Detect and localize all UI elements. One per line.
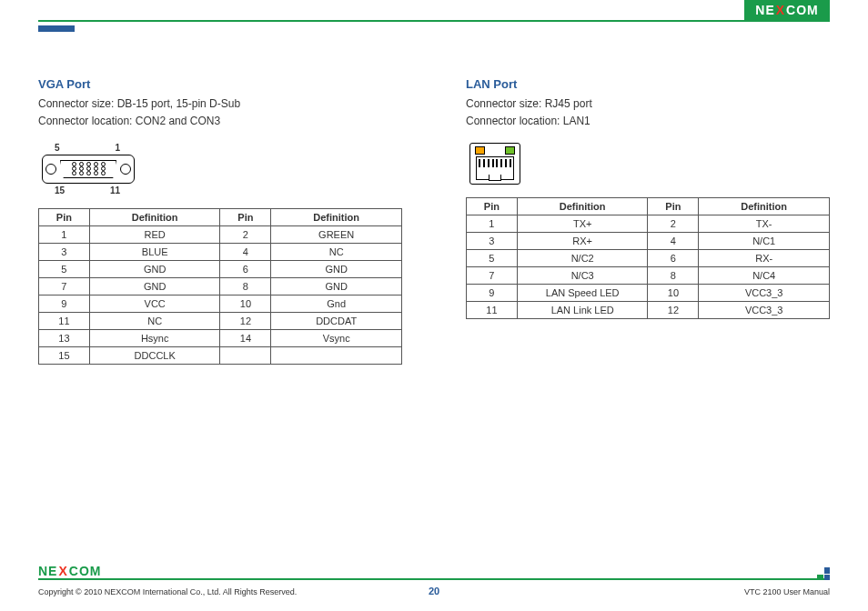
table-row: 3BLUE4NC xyxy=(39,243,402,260)
pin-cell: 2 xyxy=(648,215,699,232)
table-header-def: Definition xyxy=(699,197,830,215)
logo-text-right: COM xyxy=(786,3,819,17)
pin-cell: 10 xyxy=(648,284,699,301)
definition-cell xyxy=(271,346,402,364)
pin-cell: 12 xyxy=(648,301,699,318)
table-row: 5GND6GND xyxy=(39,260,402,277)
pin-cell: 11 xyxy=(467,301,518,318)
vga-connector-location: Connector location: CON2 and CON3 xyxy=(38,114,402,129)
vga-title: VGA Port xyxy=(38,77,402,91)
definition-cell: RED xyxy=(89,225,220,243)
vga-pin-label-1: 1 xyxy=(115,143,120,153)
pin-cell: 4 xyxy=(648,232,699,249)
pin-cell: 15 xyxy=(39,346,90,364)
table-row: 3RX+4N/C1 xyxy=(467,232,830,249)
pin-cell: 14 xyxy=(220,329,271,346)
table-row: 7GND8GND xyxy=(39,277,402,295)
table-header-pin: Pin xyxy=(39,208,90,225)
lan-connector-size: Connector size: RJ45 port xyxy=(466,96,830,112)
table-row: 9VCC10Gnd xyxy=(39,295,402,312)
pin-cell: 6 xyxy=(220,260,271,277)
pin-cell: 5 xyxy=(467,249,518,266)
table-row: 7N/C38N/C4 xyxy=(467,266,830,284)
pin-cell: 4 xyxy=(220,243,271,260)
table-header-def: Definition xyxy=(89,208,220,225)
definition-cell: GND xyxy=(271,260,402,277)
definition-cell: NC xyxy=(271,243,402,260)
table-header-def: Definition xyxy=(271,208,402,225)
lan-section: LAN Port Connector size: RJ45 port Conne… xyxy=(466,77,830,365)
definition-cell: RX+ xyxy=(517,232,648,249)
definition-cell: BLUE xyxy=(89,243,220,260)
pin-cell: 13 xyxy=(39,329,90,346)
header-accent xyxy=(38,25,75,32)
pin-cell: 8 xyxy=(220,277,271,295)
vga-pin-label-5: 5 xyxy=(55,143,60,153)
table-row: 11LAN Link LED12VCC3_3 xyxy=(467,301,830,318)
lan-connector-location: Connector location: LAN1 xyxy=(466,114,830,129)
vga-pin-label-15: 15 xyxy=(55,185,65,195)
definition-cell: GND xyxy=(89,277,220,295)
definition-cell: Gnd xyxy=(271,295,402,312)
definition-cell: LAN Link LED xyxy=(517,301,648,318)
definition-cell: GND xyxy=(89,260,220,277)
definition-cell: TX+ xyxy=(517,215,648,232)
table-header-pin: Pin xyxy=(648,197,699,215)
table-row: 5N/C26RX- xyxy=(467,249,830,266)
page-number: 20 xyxy=(0,586,868,596)
definition-cell: VCC3_3 xyxy=(699,284,830,301)
definition-cell: N/C2 xyxy=(517,249,648,266)
pin-cell: 5 xyxy=(39,260,90,277)
pin-cell: 9 xyxy=(39,295,90,312)
pin-cell: 8 xyxy=(648,266,699,284)
definition-cell: DDCDAT xyxy=(271,312,402,329)
definition-cell: TX- xyxy=(699,215,830,232)
pin-cell: 12 xyxy=(220,312,271,329)
vga-section: VGA Port Connector size: DB-15 port, 15-… xyxy=(38,77,402,365)
pin-cell: 2 xyxy=(220,225,271,243)
pin-cell: 3 xyxy=(39,243,90,260)
pin-cell: 7 xyxy=(467,266,518,284)
vga-connector-diagram: 5 1 15 11 xyxy=(42,143,133,195)
pin-cell: 7 xyxy=(39,277,90,295)
nexcom-logo-bottom: NEXCOM xyxy=(38,564,101,578)
definition-cell: DDCCLK xyxy=(89,346,220,364)
pin-cell xyxy=(220,346,271,364)
vga-pin-table: Pin Definition Pin Definition 1RED2GREEN… xyxy=(38,208,402,365)
table-row: 1TX+2TX- xyxy=(467,215,830,232)
rj45-led-left xyxy=(475,146,485,155)
vga-connector-size: Connector size: DB-15 port, 15-pin D-Sub xyxy=(38,96,402,112)
definition-cell: N/C4 xyxy=(699,266,830,284)
pin-cell: 1 xyxy=(39,225,90,243)
lan-pin-table: Pin Definition Pin Definition 1TX+2TX-3R… xyxy=(466,197,830,319)
lan-title: LAN Port xyxy=(466,77,830,91)
definition-cell: GREEN xyxy=(271,225,402,243)
header-rule xyxy=(38,20,830,22)
table-row: 1RED2GREEN xyxy=(39,225,402,243)
table-row: 15DDCCLK xyxy=(39,346,402,364)
definition-cell: N/C1 xyxy=(699,232,830,249)
pin-cell: 1 xyxy=(467,215,518,232)
rj45-connector-diagram xyxy=(469,143,520,185)
definition-cell: RX- xyxy=(699,249,830,266)
footer-rule xyxy=(38,578,830,580)
definition-cell: NC xyxy=(89,312,220,329)
pin-cell: 3 xyxy=(467,232,518,249)
manual-name: VTC 2100 User Manual xyxy=(744,587,830,596)
pin-cell: 6 xyxy=(648,249,699,266)
pin-cell: 10 xyxy=(220,295,271,312)
table-header-pin: Pin xyxy=(220,208,271,225)
logo-text-x: X xyxy=(776,3,785,17)
definition-cell: Hsync xyxy=(89,329,220,346)
pin-cell: 9 xyxy=(467,284,518,301)
rj45-led-right xyxy=(505,146,515,155)
nexcom-logo-top: NEXCOM xyxy=(744,0,830,20)
table-header-pin: Pin xyxy=(467,197,518,215)
definition-cell: LAN Speed LED xyxy=(517,284,648,301)
definition-cell: VCC xyxy=(89,295,220,312)
table-row: 9LAN Speed LED10VCC3_3 xyxy=(467,284,830,301)
footer-ornament-icon xyxy=(817,567,830,580)
pin-cell: 11 xyxy=(39,312,90,329)
logo-text-left: NE xyxy=(755,3,774,17)
table-row: 13Hsync14Vsync xyxy=(39,329,402,346)
